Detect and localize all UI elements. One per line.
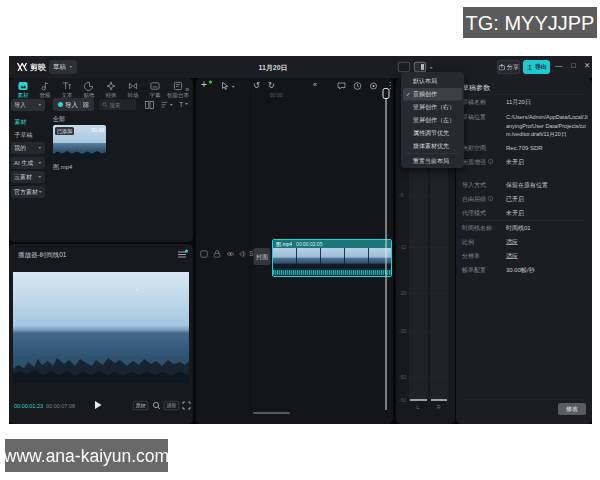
more-tabs-button[interactable]: » (185, 85, 189, 94)
app-logo-icon (16, 61, 28, 73)
layout-menu-item-props-first[interactable]: 属性调节优先 (403, 127, 462, 140)
layout-menu-item-reset[interactable]: 重置当前布局 (403, 155, 462, 168)
add-media-dot (209, 81, 212, 84)
field-label: 分辨率 (462, 252, 480, 261)
player-menu-icon[interactable] (178, 252, 186, 258)
field-label: 草稿名称 (462, 98, 486, 107)
lock-track-icon[interactable] (213, 250, 221, 258)
window-title-date: 11月20日 (243, 63, 303, 72)
video-preview[interactable] (13, 272, 189, 383)
tab-captions[interactable]: 字幕 (144, 81, 166, 99)
layout-menu-item-vertical-right[interactable]: 竖屏创作（右） (403, 101, 462, 114)
layout-chevron-icon[interactable]: ▼ (429, 66, 433, 70)
chevron-down-icon: ▼ (69, 65, 73, 69)
history-icon[interactable] (353, 82, 362, 91)
export-icon (526, 64, 533, 71)
clip-label-strip: 图.mp4 00:00:02:05 (273, 240, 391, 248)
layout-toggle-1[interactable] (398, 62, 410, 72)
undo-button[interactable]: ↺ (253, 81, 260, 91)
play-button[interactable] (95, 401, 102, 409)
track-main-icon[interactable] (200, 250, 208, 258)
transitions-icon (128, 81, 138, 91)
search-icon (102, 102, 108, 108)
media-icon (18, 81, 28, 91)
layout-menu-item-media-first[interactable]: 媒体素材优先 (403, 140, 462, 153)
redo-button[interactable]: ↻ (268, 81, 275, 91)
search-box[interactable]: 搜索 (99, 99, 136, 110)
layout-toggle-2[interactable] (414, 62, 426, 72)
timeline-clip[interactable]: 图.mp4 00:00:02:05 (272, 239, 392, 277)
clip-waveform (273, 268, 391, 276)
tab-transitions[interactable]: 转场 (122, 81, 144, 99)
chevron-down-icon: ▼ (38, 190, 42, 194)
captions-icon (150, 81, 160, 91)
media-item-thumbnail[interactable]: 已添加 00:08 (53, 125, 106, 160)
export-button[interactable]: 导出 (523, 60, 550, 74)
minimize-button[interactable]: — (555, 61, 563, 70)
sidebar-subdraft[interactable]: 子草稿 (15, 131, 33, 140)
sidebar-import[interactable]: 导入▼ (11, 99, 45, 111)
settings-icon[interactable] (369, 82, 378, 91)
sticker-icon (84, 81, 94, 91)
select-tool-chevron[interactable]: ▼ (231, 85, 235, 89)
filter-all-label[interactable]: 全部 (53, 115, 65, 124)
chevron-down-icon: ▼ (38, 146, 42, 150)
site-watermark: www.ana-kaiyun.com (5, 439, 168, 472)
tab-sticker[interactable]: 贴纸 (78, 81, 100, 99)
close-button[interactable]: ✕ (584, 61, 590, 70)
thumb-rocks (53, 150, 106, 160)
tab-media[interactable]: 素材 (12, 81, 34, 99)
view-toggle-icon[interactable] (145, 101, 154, 109)
select-tool-icon[interactable] (221, 82, 229, 91)
tab-text[interactable]: 文本 (56, 81, 78, 99)
playhead-handle[interactable] (383, 88, 390, 99)
collapse-button[interactable]: « (313, 81, 317, 89)
hide-track-icon[interactable] (226, 250, 235, 258)
field-value[interactable]: 适应 (506, 252, 518, 261)
field-value: 未开启 (506, 158, 524, 167)
meter-scale-label: -50 (399, 374, 406, 380)
modify-button[interactable]: 修改 (558, 403, 586, 415)
sidebar-ai-generate[interactable]: AI 生成▼ (11, 157, 45, 169)
fit-button[interactable]: 适应 (164, 401, 179, 410)
field-label: 草稿位置 (462, 113, 486, 122)
timeline-panel: + ▼ ↺ ↻ « ⋮ 00:00 S 封面 图.mp4 00:00:02:05 (196, 78, 393, 424)
layout-menu-item-vertical-left[interactable]: 竖屏创作（左） (403, 114, 462, 127)
tab-effects[interactable]: 特效 (100, 81, 122, 99)
sidebar-material[interactable]: 素材 (15, 118, 27, 127)
field-value[interactable]: 适应 (506, 238, 518, 247)
share-icon (498, 64, 505, 71)
info-icon: i (488, 159, 493, 164)
maximize-button[interactable]: □ (571, 61, 576, 70)
layout-menu-item-audio[interactable]: ✓音频创作 (403, 88, 462, 101)
sidebar-mine[interactable]: 我的▼ (11, 142, 45, 154)
clip-frames (273, 248, 391, 268)
check-icon: ✓ (406, 91, 411, 98)
player-title: 播放器-时间线01 (18, 250, 66, 259)
tab-audio[interactable]: 音频 (34, 81, 56, 99)
ruler-time-label: 00:00 (270, 92, 283, 98)
media-panel: 素材 音频 文本 贴纸 特效 转场 字幕 智能台本 » (9, 78, 193, 242)
add-media-button[interactable]: + (201, 79, 207, 91)
grid-icon (83, 101, 90, 108)
playhead-line[interactable] (386, 99, 387, 410)
fullscreen-icon[interactable] (182, 401, 191, 410)
comment-icon[interactable] (337, 82, 346, 90)
field-label: 色彩空间 (462, 144, 486, 153)
timeline-scrollbar[interactable] (253, 412, 290, 414)
sidebar-official[interactable]: 官方素材▼ (11, 186, 45, 198)
draft-menu-button[interactable]: 草稿▼ (49, 60, 77, 74)
cover-button[interactable]: 封面 (254, 248, 271, 265)
sidebar-cloud[interactable]: 云素材▼ (11, 171, 45, 183)
meter-scale-label: -6 (399, 192, 403, 198)
quality-button[interactable]: 原始 (133, 401, 148, 410)
preview-zoom-icon[interactable] (152, 401, 161, 410)
audio-icon (40, 81, 50, 91)
mute-track-icon[interactable] (239, 250, 247, 258)
layout-menu-item-default[interactable]: 默认布局 (403, 75, 462, 88)
sort-button[interactable]: ▼ (161, 101, 173, 109)
field-value: 未开启 (506, 209, 524, 218)
import-button[interactable]: 导入 (53, 98, 94, 111)
filter-button[interactable]: T▼ (179, 100, 189, 108)
share-button[interactable]: 分享 (497, 60, 520, 74)
